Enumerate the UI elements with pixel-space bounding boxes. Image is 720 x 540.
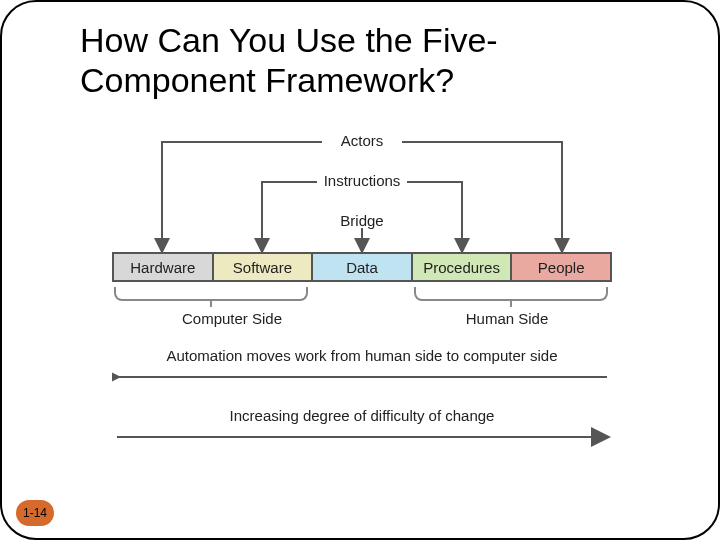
label-difficulty: Increasing degree of difficulty of chang… bbox=[122, 407, 602, 424]
component-data: Data bbox=[311, 252, 413, 282]
component-people: People bbox=[510, 252, 612, 282]
page-number-badge: 1-14 bbox=[16, 500, 54, 526]
slide-frame: How Can You Use the Five-Component Frame… bbox=[0, 0, 720, 540]
label-automation: Automation moves work from human side to… bbox=[122, 347, 602, 364]
brace-human-side bbox=[414, 287, 608, 301]
label-bridge: Bridge bbox=[334, 212, 390, 229]
label-actors: Actors bbox=[322, 132, 402, 149]
component-software: Software bbox=[212, 252, 314, 282]
component-procedures: Procedures bbox=[411, 252, 513, 282]
brace-computer-side bbox=[114, 287, 308, 301]
component-hardware: Hardware bbox=[112, 252, 214, 282]
label-human-side: Human Side bbox=[447, 310, 567, 327]
label-instructions: Instructions bbox=[311, 172, 413, 189]
component-row: Hardware Software Data Procedures People bbox=[112, 252, 612, 282]
label-computer-side: Computer Side bbox=[167, 310, 297, 327]
slide-title: How Can You Use the Five-Component Frame… bbox=[80, 20, 640, 100]
five-component-diagram: Actors Instructions Bridge Hardware Soft… bbox=[112, 132, 612, 462]
